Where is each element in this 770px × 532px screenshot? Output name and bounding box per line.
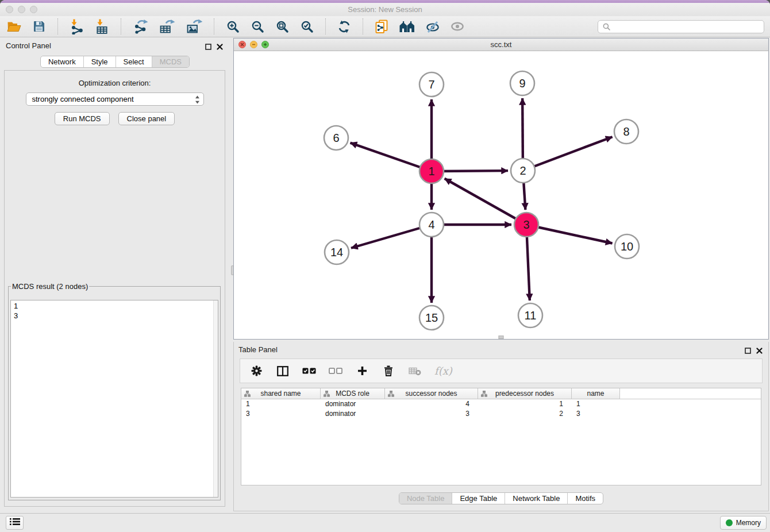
network-canvas[interactable]: 7968124314101511 [234,51,768,339]
column-header-label: MCDS role [336,390,369,398]
graph-edge-3-1[interactable] [445,179,526,225]
mac-titlebar: Session: New Session [0,3,770,16]
save-session-icon[interactable] [32,18,46,34]
shared-column-icon [388,391,394,399]
memory-status-dot [726,519,733,526]
close-panel-button[interactable]: Close panel [118,112,175,125]
svg-text:7: 7 [428,78,434,91]
network-graph: 7968124314101511 [234,51,768,339]
graph-node-6[interactable]: 6 [324,126,348,150]
search-input[interactable] [611,21,764,33]
table-cell[interactable]: 1 [478,399,572,409]
vertical-splitter-grip[interactable] [499,336,504,339]
table-cell[interactable]: 1 [241,399,321,409]
search-box[interactable] [598,20,764,33]
deselect-all-icon[interactable] [329,363,342,379]
refresh-icon[interactable] [337,18,351,34]
table-cell[interactable]: 3 [572,409,620,419]
optimization-criterion-dropdown[interactable]: strongly connected component [26,92,204,106]
svg-text:11: 11 [525,309,537,322]
window-title: Session: New Session [0,5,770,14]
control-panel-header: Control Panel [1,38,229,53]
graph-edge-1-6[interactable] [351,143,432,171]
tab-network[interactable]: Network [41,56,83,67]
hide-selected-icon[interactable] [426,18,440,34]
memory-button[interactable]: Memory [720,516,767,530]
zoom-selected-icon[interactable] [300,18,314,34]
zoom-in-icon[interactable] [226,18,240,34]
settings-gear-icon[interactable] [249,363,263,379]
float-panel-icon[interactable] [205,42,211,52]
table-cell[interactable]: dominator [321,409,385,419]
shared-column-icon [244,391,251,399]
export-table-icon[interactable] [159,18,175,34]
export-image-icon[interactable] [186,18,202,34]
graph-edge-3-10[interactable] [526,225,613,243]
svg-text:6: 6 [333,132,339,144]
table-tab-node-table[interactable]: Node Table [399,493,452,504]
table-cell[interactable]: 1 [572,399,620,409]
graph-node-3[interactable]: 3 [514,213,538,237]
graph-node-7[interactable]: 7 [419,72,444,97]
mcds-result-legend: MCDS result (2 nodes) [11,282,89,291]
close-table-panel-icon[interactable] [756,346,763,356]
table-panel-title: Table Panel [238,345,278,354]
graph-node-9[interactable]: 9 [510,71,534,95]
graph-node-15[interactable]: 15 [419,306,444,330]
table-tab-network-table[interactable]: Network Table [505,493,567,504]
graph-node-4[interactable]: 4 [419,213,444,237]
table-cell[interactable]: 4 [385,399,478,409]
optimization-criterion-label: Optimization criterion: [5,79,225,87]
graph-node-8[interactable]: 8 [614,119,638,144]
tab-mcds[interactable]: MCDS [152,56,189,67]
table-cell[interactable]: 2 [478,409,572,419]
float-table-panel-icon[interactable] [745,346,751,356]
open-session-icon[interactable] [7,18,21,34]
column-header-successor-nodes[interactable]: successor nodes [385,388,478,399]
table-tab-motifs[interactable]: Motifs [567,493,603,504]
new-network-from-selection-icon[interactable] [375,18,388,34]
run-mcds-button[interactable]: Run MCDS [55,112,110,125]
import-table-icon[interactable] [95,18,109,34]
mcds-result-list[interactable]: 1 3 [10,300,218,498]
add-icon[interactable] [355,363,369,379]
delete-row-icon[interactable] [382,363,395,379]
svg-text:15: 15 [425,311,438,324]
table-cell[interactable]: 3 [241,409,321,419]
application-window: Session: New Session Control Panel Netwo… [0,0,770,532]
export-network-icon[interactable] [133,18,148,34]
graph-node-2[interactable]: 2 [511,159,535,183]
column-header-predecessor-nodes[interactable]: predecessor nodes [478,388,572,399]
table-header-row: shared nameMCDS rolesuccessor nodesprede… [241,388,761,399]
svg-text:3: 3 [523,218,529,231]
graph-node-14[interactable]: 14 [325,240,349,264]
close-panel-icon[interactable] [217,42,223,52]
import-network-icon[interactable] [70,18,84,34]
table-tab-edge-table[interactable]: Edge Table [452,493,505,504]
table-toolbar: f(x) [240,358,763,383]
column-header-shared-name[interactable]: shared name [241,388,321,399]
select-all-icon[interactable] [302,363,316,379]
column-header-MCDS-role[interactable]: MCDS role [321,388,385,399]
column-header-name[interactable]: name [572,388,620,399]
table-cell[interactable]: 3 [385,409,478,419]
svg-text:1: 1 [428,165,434,178]
toggle-panel-icon[interactable] [276,363,290,379]
graph-node-10[interactable]: 10 [615,234,639,259]
main-toolbar-groups [0,18,464,34]
tab-select[interactable]: Select [116,56,152,67]
zoom-fit-icon[interactable] [275,18,289,34]
task-history-button[interactable] [6,516,24,530]
network-window-titlebar: scc.txt [234,38,768,51]
table-panel: Table Panel f(x) shared nameMCDS rolesuc… [233,342,769,511]
graph-edge-2-8[interactable] [523,137,613,171]
graph-node-1[interactable]: 1 [419,159,444,183]
table-cell[interactable]: dominator [321,399,385,409]
svg-text:9: 9 [519,77,525,90]
first-neighbors-icon[interactable] [399,18,415,34]
result-scrollbar[interactable] [213,300,218,497]
column-header-filler [620,388,761,399]
graph-node-11[interactable]: 11 [518,303,542,327]
zoom-out-icon[interactable] [251,18,264,34]
tab-style[interactable]: Style [83,56,116,67]
